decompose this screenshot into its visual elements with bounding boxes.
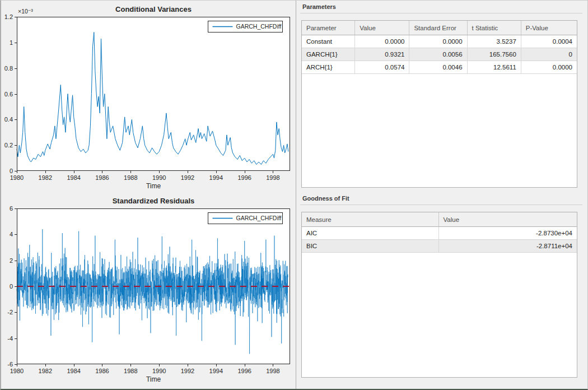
standardized-residuals-chart[interactable]: 1980198219841986198819901992199419961998… — [0, 195, 297, 390]
table-cell[interactable]: -2.8711e+04 — [438, 240, 577, 253]
column-header: Standard Error — [409, 21, 467, 35]
table-cell[interactable]: -2.8730e+04 — [438, 227, 577, 240]
column-header: Value — [438, 212, 577, 227]
x-tick-label: 1994 — [209, 174, 223, 181]
y-tick-label: 6 — [10, 205, 13, 212]
x-tick-label: 1992 — [181, 174, 194, 181]
x-tick-label: 1982 — [39, 368, 52, 374]
parameters-table-container: ParameterValueStandard Errort StatisticP… — [301, 20, 577, 188]
y-tick-label: -4 — [7, 335, 13, 342]
table-row[interactable]: AIC-2.8730e+04 — [302, 227, 577, 240]
x-tick-label: 1986 — [95, 368, 109, 374]
table-row[interactable]: BIC-2.8711e+04 — [302, 240, 577, 253]
table-cell[interactable]: 0.0574 — [355, 61, 409, 74]
table-cell[interactable]: ARCH{1} — [302, 61, 355, 74]
x-tick-label: 1980 — [10, 368, 24, 374]
table-cell[interactable]: 0.9321 — [355, 48, 409, 61]
column-header: t Statistic — [467, 21, 521, 35]
column-header: Measure — [302, 212, 438, 227]
x-tick-label: 1982 — [39, 174, 52, 181]
column-header: P-Value — [521, 21, 577, 35]
x-tick-label: 1988 — [124, 368, 137, 374]
y-tick-label: 0.8 — [4, 65, 13, 72]
column-header: Parameter — [302, 21, 355, 35]
y-tick-label: 0 — [10, 168, 13, 174]
column-header: Value — [355, 21, 409, 35]
x-tick-label: 1988 — [124, 174, 137, 181]
x-tick-label: 1998 — [266, 174, 279, 181]
table-cell[interactable]: Constant — [302, 35, 355, 48]
table-cell[interactable]: 12.5611 — [467, 61, 521, 74]
x-tick-label: 1992 — [181, 368, 194, 374]
y-tick-label: 0.4 — [4, 116, 13, 123]
x-tick-label: 1980 — [10, 174, 24, 181]
table-cell[interactable]: BIC — [302, 240, 438, 253]
table-cell[interactable]: 0 — [521, 48, 577, 61]
chart-title: Conditional Variances — [115, 5, 192, 13]
legend[interactable]: GARCH_CHFDiff — [208, 213, 283, 224]
table-cell[interactable]: 0.0046 — [409, 61, 467, 74]
table-header-row: ParameterValueStandard Errort StatisticP… — [302, 21, 577, 35]
y-tick-label: 1.2 — [4, 13, 13, 20]
table-row[interactable]: GARCH{1}0.93210.0056165.75600 — [302, 48, 577, 61]
y-tick-label: 0 — [10, 283, 13, 290]
table-cell[interactable]: 3.5237 — [467, 35, 521, 48]
y-tick-label: 0.2 — [4, 142, 13, 148]
legend-label: GARCH_CHFDiff — [236, 215, 282, 221]
table-cell[interactable]: 0.0056 — [409, 48, 467, 61]
table-cell[interactable]: 0.0000 — [521, 61, 577, 74]
parameters-panel-title: Parameters — [302, 3, 336, 10]
y-tick-label: 0.6 — [4, 91, 13, 97]
x-tick-label: 1984 — [67, 368, 80, 374]
x-tick-label: 1996 — [237, 174, 251, 181]
table-cell[interactable]: 0.0004 — [521, 35, 577, 48]
legend[interactable]: GARCH_CHFDiff — [208, 21, 283, 32]
conditional-variances-chart[interactable]: 1980198219841986198819901992199419961998… — [0, 0, 297, 195]
x-tick-label: 1990 — [152, 368, 166, 374]
plot-area[interactable] — [17, 17, 290, 171]
table-cell[interactable]: AIC — [302, 227, 438, 240]
goodness-of-fit-panel-title: Goodness of Fit — [302, 195, 349, 202]
x-tick-label: 1986 — [95, 174, 109, 181]
legend-label: GARCH_CHFDiff — [236, 23, 282, 30]
y-tick-label: 4 — [10, 231, 13, 238]
table-cell[interactable]: GARCH{1} — [302, 48, 355, 61]
y-tick-label: 1 — [10, 39, 13, 46]
table-header-row: MeasureValue — [302, 212, 577, 227]
x-tick-label: 1984 — [67, 174, 80, 181]
goodness-of-fit-table[interactable]: MeasureValueAIC-2.8730e+04BIC-2.8711e+04 — [302, 212, 577, 253]
x-tick-label: 1994 — [209, 368, 223, 374]
goodness-of-fit-table-container: MeasureValueAIC-2.8730e+04BIC-2.8711e+04 — [301, 212, 577, 378]
y-tick-label: 2 — [10, 257, 13, 264]
table-row[interactable]: ARCH{1}0.05740.004612.56110.0000 — [302, 61, 577, 74]
parameters-title-rule — [300, 13, 582, 13]
y-tick-label: -2 — [7, 309, 13, 315]
table-cell[interactable]: 165.7560 — [467, 48, 521, 61]
y-axis-exponent-label: ×10⁻³ — [18, 8, 33, 15]
table-row[interactable]: Constant0.00000.00003.52370.0004 — [302, 35, 577, 48]
chart-title: Standardized Residuals — [113, 197, 195, 205]
x-axis-label: Time — [146, 375, 161, 383]
y-tick-label: -6 — [7, 361, 13, 368]
x-tick-label: 1998 — [266, 368, 279, 374]
table-cell[interactable]: 0.0000 — [355, 35, 409, 48]
parameters-table[interactable]: ParameterValueStandard Errort StatisticP… — [302, 21, 577, 74]
goodness-of-fit-title-rule — [300, 205, 582, 205]
table-cell[interactable]: 0.0000 — [409, 35, 467, 48]
x-tick-label: 1990 — [152, 174, 166, 181]
x-axis-label: Time — [146, 182, 161, 190]
x-tick-label: 1996 — [237, 368, 251, 374]
